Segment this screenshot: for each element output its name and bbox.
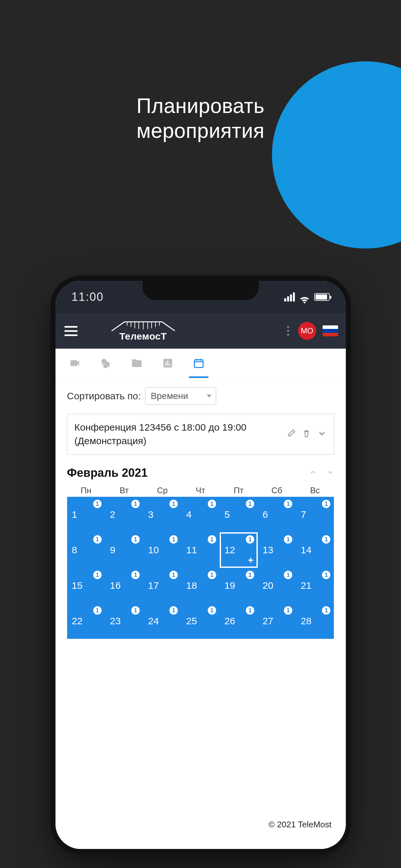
- calendar-day[interactable]: 21: [105, 497, 143, 532]
- calendar-day[interactable]: 251: [181, 603, 220, 639]
- day-number: 10: [148, 545, 159, 556]
- day-number: 14: [301, 545, 311, 556]
- calendar-day[interactable]: 261: [220, 603, 258, 639]
- day-event-badge: 1: [322, 571, 330, 579]
- promo-title: Планировать мероприятия: [0, 94, 401, 143]
- more-menu-button[interactable]: [285, 323, 292, 338]
- calendar-day[interactable]: 241: [143, 603, 181, 639]
- sort-row: Сортировать по: Времени: [67, 388, 334, 405]
- day-event-badge: 1: [322, 535, 330, 544]
- day-event-badge: 1: [246, 500, 254, 508]
- day-number: 17: [148, 580, 159, 591]
- brand-text: ТелемосТ: [120, 331, 167, 342]
- content-area: Сортировать по: Времени Конференция 1234…: [56, 378, 346, 849]
- day-event-badge: 1: [246, 535, 254, 544]
- status-icons: [284, 292, 330, 302]
- day-number: 18: [186, 580, 197, 591]
- calendar-day[interactable]: 31: [143, 497, 181, 532]
- day-event-badge: 1: [322, 606, 330, 615]
- weekday-label: Пн: [67, 486, 105, 495]
- user-avatar[interactable]: МО: [298, 322, 316, 340]
- promo-line1: Планировать: [136, 94, 265, 118]
- edit-icon[interactable]: [286, 429, 296, 440]
- calendar-day[interactable]: 271: [258, 603, 296, 639]
- day-number: 23: [110, 616, 121, 626]
- calendar-day[interactable]: 191: [220, 568, 258, 603]
- month-nav: [309, 468, 334, 477]
- tab-stats[interactable]: [161, 357, 174, 370]
- delete-icon[interactable]: [302, 429, 311, 440]
- calendar-day[interactable]: 151: [67, 568, 105, 603]
- day-number: 13: [263, 545, 273, 556]
- day-number: 9: [110, 545, 115, 556]
- weekday-row: ПнВтСрЧтПтСбВс: [67, 483, 334, 497]
- day-number: 12: [225, 545, 235, 556]
- calendar-day[interactable]: 81: [67, 532, 105, 568]
- calendar-day[interactable]: 281: [296, 603, 334, 639]
- event-title: Конференция 123456 с 18:00 до 19:00 (Дем…: [74, 421, 281, 448]
- phone-frame: 11:00: [56, 281, 346, 849]
- tab-bar: [56, 349, 346, 378]
- footer-copyright: © 2021 TeleMost: [67, 816, 334, 839]
- day-number: 22: [72, 616, 82, 626]
- calendar-day[interactable]: 231: [105, 603, 143, 639]
- calendar-day[interactable]: 101: [143, 532, 181, 568]
- tab-files[interactable]: [130, 357, 143, 370]
- day-number: 1: [72, 509, 77, 520]
- day-number: 7: [301, 509, 306, 520]
- calendar-day[interactable]: 171: [143, 568, 181, 603]
- tab-video[interactable]: [68, 357, 81, 370]
- status-time: 11:00: [72, 290, 104, 304]
- expand-icon[interactable]: [317, 429, 327, 440]
- calendar-day[interactable]: 221: [67, 603, 105, 639]
- day-number: 6: [263, 509, 268, 520]
- app-header: ТелемосТ МО: [56, 313, 346, 349]
- sort-selected: Времени: [151, 391, 188, 401]
- tab-chat[interactable]: [99, 357, 112, 370]
- event-card[interactable]: Конференция 123456 с 18:00 до 19:00 (Дем…: [67, 414, 334, 455]
- day-number: 8: [72, 545, 77, 556]
- calendar-day[interactable]: 141: [296, 532, 334, 568]
- day-event-badge: 1: [208, 500, 216, 508]
- calendar-day[interactable]: 121+: [220, 532, 258, 568]
- wifi-icon: [299, 293, 310, 301]
- calendar-day[interactable]: 71: [296, 497, 334, 532]
- day-event-badge: 1: [284, 571, 292, 579]
- next-month-button[interactable]: [327, 468, 334, 477]
- weekday-label: Чт: [181, 486, 220, 495]
- day-event-badge: 1: [208, 606, 216, 615]
- day-event-badge: 1: [322, 500, 330, 508]
- calendar-day[interactable]: 111: [181, 532, 220, 568]
- day-event-badge: 1: [284, 500, 292, 508]
- day-number: 25: [186, 616, 197, 626]
- calendar-day[interactable]: 11: [67, 497, 105, 532]
- menu-button[interactable]: [63, 325, 79, 337]
- calendar-day[interactable]: 181: [181, 568, 220, 603]
- weekday-label: Вт: [105, 486, 143, 495]
- day-event-badge: 1: [169, 606, 178, 615]
- day-event-badge: 1: [246, 606, 254, 615]
- calendar-day[interactable]: 161: [105, 568, 143, 603]
- day-event-badge: 1: [284, 606, 292, 615]
- day-number: 5: [225, 509, 230, 520]
- sort-select[interactable]: Времени: [145, 388, 216, 405]
- svg-rect-9: [194, 360, 203, 367]
- day-number: 26: [225, 616, 235, 626]
- calendar-day[interactable]: 201: [258, 568, 296, 603]
- day-number: 3: [148, 509, 154, 520]
- calendar-day[interactable]: 51: [220, 497, 258, 532]
- tab-calendar[interactable]: [192, 357, 205, 370]
- weekday-label: Вс: [296, 486, 334, 495]
- add-event-icon[interactable]: +: [248, 555, 254, 565]
- calendar-day[interactable]: 61: [258, 497, 296, 532]
- calendar-day[interactable]: 211: [296, 568, 334, 603]
- day-event-badge: 1: [169, 500, 178, 508]
- day-event-badge: 1: [208, 535, 216, 544]
- battery-icon: [314, 293, 330, 301]
- calendar-day[interactable]: 91: [105, 532, 143, 568]
- calendar-day[interactable]: 131: [258, 532, 296, 568]
- prev-month-button[interactable]: [309, 468, 317, 477]
- calendar-day[interactable]: 41: [181, 497, 220, 532]
- avatar-initials: МО: [301, 327, 313, 335]
- language-flag-ru[interactable]: [323, 326, 338, 336]
